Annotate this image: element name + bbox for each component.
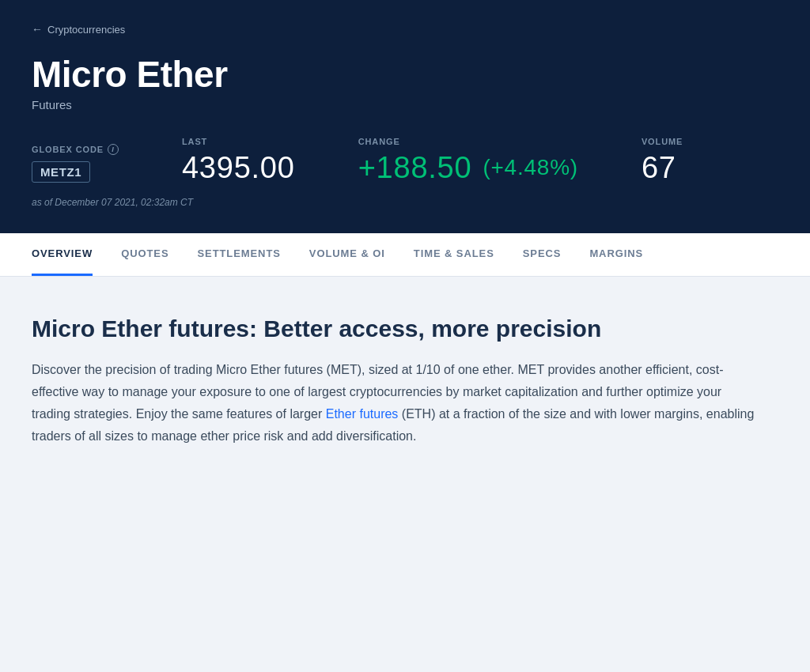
volume-label: VOLUME <box>642 137 683 146</box>
nav-tabs: OVERVIEW QUOTES SETTLEMENTS VOLUME & OI … <box>0 233 810 277</box>
product-title: Micro Ether <box>32 55 778 95</box>
last-value: 4395.00 <box>182 153 295 183</box>
content-area: Micro Ether futures: Better access, more… <box>0 277 810 485</box>
tab-specs[interactable]: SPECS <box>523 233 562 276</box>
hero-section: ← Cryptocurrencies Micro Ether Futures G… <box>0 0 810 233</box>
change-block: CHANGE +188.50 (+4.48%) <box>358 137 578 183</box>
change-pct: (+4.48%) <box>483 157 577 179</box>
info-icon[interactable]: i <box>108 144 119 155</box>
product-subtitle: Futures <box>32 98 778 111</box>
volume-block: VOLUME 67 <box>642 137 683 183</box>
tab-settlements[interactable]: SETTLEMENTS <box>197 233 280 276</box>
globex-code-block: GLOBEX CODE i METZ1 <box>32 144 119 183</box>
content-heading: Micro Ether futures: Better access, more… <box>32 315 778 343</box>
last-block: LAST 4395.00 <box>182 137 295 183</box>
change-value: +188.50 <box>358 153 472 183</box>
globex-code-label: GLOBEX CODE i <box>32 144 119 155</box>
globex-code-value: METZ1 <box>32 161 90 183</box>
tab-quotes[interactable]: QUOTES <box>121 233 168 276</box>
last-label: LAST <box>182 137 295 146</box>
volume-value: 67 <box>642 153 683 183</box>
timestamp: as of December 07 2021, 02:32am CT <box>32 197 778 208</box>
tab-overview[interactable]: OVERVIEW <box>32 233 93 276</box>
change-label: CHANGE <box>358 137 578 146</box>
content-body: Discover the precision of trading Micro … <box>32 359 759 447</box>
tab-margins[interactable]: MARGINS <box>589 233 643 276</box>
breadcrumb-label: Cryptocurrencies <box>47 24 125 36</box>
tab-volume-oi[interactable]: VOLUME & OI <box>309 233 385 276</box>
change-value-block: +188.50 (+4.48%) <box>358 153 578 183</box>
stats-row: GLOBEX CODE i METZ1 LAST 4395.00 CHANGE … <box>32 137 778 183</box>
breadcrumb-link[interactable]: ← Cryptocurrencies <box>32 23 125 36</box>
ether-futures-link[interactable]: Ether futures <box>326 407 399 421</box>
back-arrow-icon: ← <box>32 23 43 36</box>
tab-time-sales[interactable]: TIME & SALES <box>414 233 494 276</box>
